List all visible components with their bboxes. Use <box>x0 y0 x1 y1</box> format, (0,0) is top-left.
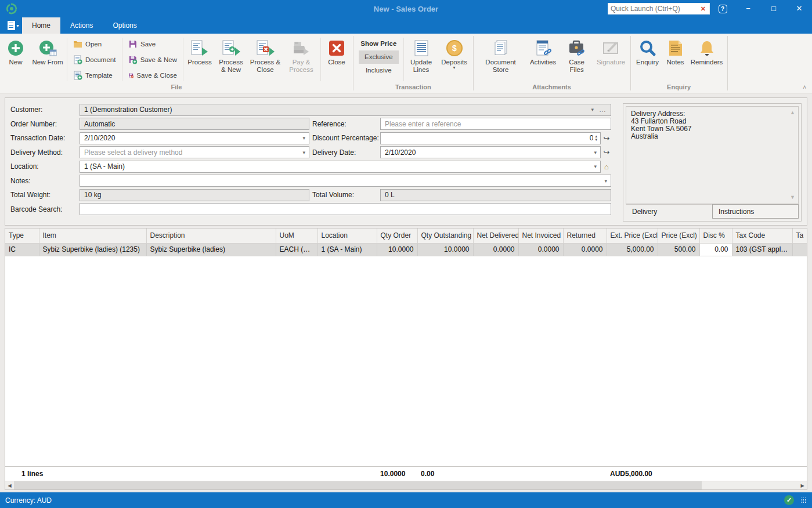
notes-field[interactable]: ▾ <box>80 175 611 187</box>
col-description[interactable]: Description <box>146 228 276 243</box>
tab-delivery[interactable]: Delivery <box>626 204 712 219</box>
col-type[interactable]: Type <box>5 228 39 243</box>
chevron-down-icon: ▾ <box>453 66 456 70</box>
tab-actions[interactable]: Actions <box>60 17 103 34</box>
process-close-button[interactable]: Process & Close <box>247 36 283 83</box>
col-qty-outstanding[interactable]: Qty Outstanding <box>417 228 473 243</box>
delivery-method-label: Delivery Method: <box>10 148 80 157</box>
scroll-down-icon[interactable]: ▼ <box>790 194 795 201</box>
col-ext-price[interactable]: Ext. Price (Excl) <box>607 228 658 243</box>
transaction-date-dropdown-icon[interactable]: ▾ <box>300 135 308 141</box>
location-warehouse-icon[interactable]: ⌂ <box>601 162 612 171</box>
barcode-search-input[interactable] <box>84 205 609 213</box>
close-window-button[interactable]: ✕ <box>786 0 812 17</box>
close-button[interactable]: Close <box>322 36 351 83</box>
minimize-button[interactable]: − <box>735 0 761 17</box>
scroll-right-icon[interactable]: ▶ <box>798 481 807 489</box>
notes-button[interactable]: Notes <box>663 36 688 83</box>
signature-button: Signature <box>594 36 629 83</box>
template-button[interactable]: Template <box>71 68 118 82</box>
customer-field[interactable]: 1 (Demonstration Customer) ▾ … <box>80 104 611 116</box>
ribbon-group-attachments: Document Store Activities Case Files Sig… <box>474 34 630 93</box>
maximize-button[interactable]: □ <box>761 0 786 17</box>
show-price-exclusive[interactable]: Exclusive <box>359 50 399 64</box>
col-location[interactable]: Location <box>317 228 377 243</box>
reference-label: Reference: <box>309 120 380 128</box>
enquiry-button[interactable]: Enquiry <box>633 36 663 83</box>
delivery-date-field[interactable]: 2/10/2020 ▾ <box>380 146 601 158</box>
col-returned[interactable]: Returned <box>563 228 607 243</box>
app-menu-button[interactable]: ▾ <box>5 17 22 34</box>
location-field[interactable]: 1 (SA - Main) ▾ <box>80 161 601 173</box>
col-disc[interactable]: Disc % <box>699 228 732 243</box>
disc-cell-editor[interactable]: 0.00 <box>699 243 732 256</box>
document-button[interactable]: Document <box>71 53 118 66</box>
discount-spinner[interactable]: ▴▾ <box>593 135 599 141</box>
discount-revert-icon[interactable]: ↪ <box>601 134 612 143</box>
col-uom[interactable]: UoM <box>276 228 317 243</box>
col-item[interactable]: Item <box>39 228 146 243</box>
col-tax-code[interactable]: Tax Code <box>732 228 792 243</box>
document-store-icon <box>492 38 510 59</box>
document-store-button[interactable]: Document Store <box>475 36 526 83</box>
quick-launch-clear-icon[interactable]: ✕ <box>699 5 707 13</box>
tab-home[interactable]: Home <box>22 17 60 34</box>
save-button[interactable]: Save <box>126 37 179 50</box>
open-button[interactable]: Open <box>71 37 118 50</box>
process-new-icon <box>222 38 240 59</box>
quick-launch-box[interactable]: ✕ <box>608 3 710 14</box>
ribbon-tab-row: ▾ Home Actions Options <box>0 17 812 34</box>
new-from-icon <box>38 38 57 59</box>
location-dropdown-icon[interactable]: ▾ <box>591 164 599 169</box>
quick-launch-input[interactable] <box>611 5 699 13</box>
address-tabs: Delivery Instructions <box>626 204 799 219</box>
process-new-button[interactable]: Process & New <box>215 36 247 83</box>
process-button[interactable]: Process <box>185 36 215 83</box>
svg-text:$: $ <box>452 43 457 53</box>
help-button[interactable]: ? <box>710 0 735 17</box>
delivery-method-dropdown-icon[interactable]: ▾ <box>300 150 308 155</box>
tab-options[interactable]: Options <box>103 17 146 34</box>
scrollbar-thumb[interactable] <box>14 481 702 489</box>
show-price-block: Show Price Exclusive Inclusive <box>355 36 402 83</box>
col-ta[interactable]: Ta <box>792 228 807 243</box>
show-price-inclusive[interactable]: Inclusive <box>359 64 399 77</box>
discount-field[interactable]: 0 ▴▾ <box>380 132 601 144</box>
scroll-up-icon[interactable]: ▲ <box>790 109 795 117</box>
resize-grip[interactable] <box>801 498 807 503</box>
table-row[interactable]: IC Sybiz Superbike (ladies) (1235) Sybiz… <box>5 243 807 256</box>
transaction-date-field[interactable]: 2/10/2020 ▾ <box>80 132 309 144</box>
reminders-button[interactable]: Reminders <box>688 36 726 83</box>
col-qty-order[interactable]: Qty Order <box>377 228 417 243</box>
new-button[interactable]: New <box>2 36 30 83</box>
ribbon: New New From Open Document <box>0 34 812 93</box>
scroll-left-icon[interactable]: ◀ <box>5 481 14 489</box>
case-files-button[interactable]: Case Files <box>560 36 594 83</box>
save-close-button[interactable]: Save & Close <box>126 68 179 82</box>
customer-ellipsis-button[interactable]: … <box>596 106 609 114</box>
customer-dropdown-icon[interactable]: ▾ <box>589 107 596 113</box>
activities-button[interactable]: Activities <box>526 36 560 83</box>
save-new-button[interactable]: Save & New <box>126 53 179 66</box>
col-net-delivered[interactable]: Net Delivered <box>473 228 518 243</box>
order-number-field[interactable]: Automatic <box>80 118 309 130</box>
delivery-date-dropdown-icon[interactable]: ▾ <box>591 150 599 155</box>
grid-empty-area[interactable] <box>5 256 807 467</box>
horizontal-scrollbar[interactable]: ◀ ▶ <box>5 481 807 489</box>
update-lines-button[interactable]: Update Lines <box>405 36 438 83</box>
save-new-icon <box>128 55 138 64</box>
barcode-search-field[interactable] <box>80 203 611 215</box>
notes-dropdown-icon[interactable]: ▾ <box>602 178 609 184</box>
close-icon <box>329 38 345 59</box>
reference-field[interactable] <box>380 118 611 130</box>
delivery-method-field[interactable]: Please select a delivery method ▾ <box>80 146 309 158</box>
col-price[interactable]: Price (Excl) <box>658 228 699 243</box>
new-from-button[interactable]: New From <box>30 36 66 83</box>
reference-input[interactable] <box>385 120 609 128</box>
col-net-invoiced[interactable]: Net Invoiced <box>518 228 563 243</box>
delivery-date-revert-icon[interactable]: ↪ <box>601 148 612 157</box>
deposits-button[interactable]: $ Deposits ▾ <box>438 36 471 83</box>
document-icon <box>73 55 82 64</box>
tab-instructions[interactable]: Instructions <box>712 204 799 219</box>
ribbon-collapse-icon[interactable]: ˄ <box>803 84 806 90</box>
